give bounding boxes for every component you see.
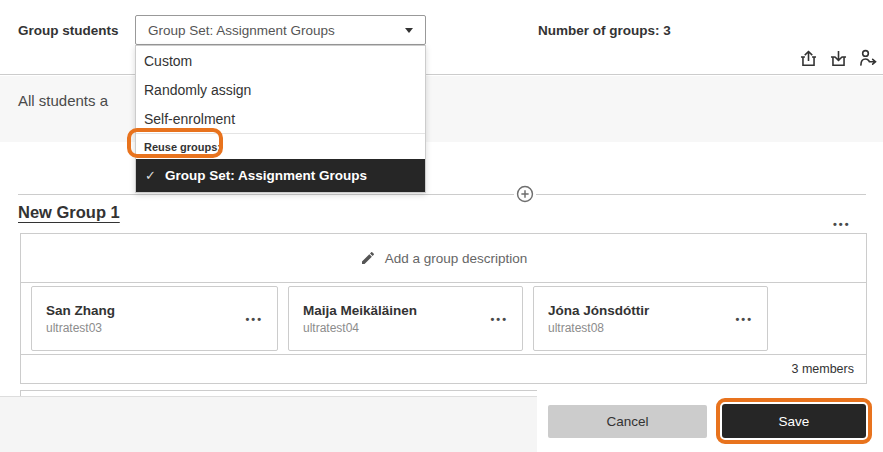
cancel-button[interactable]: Cancel xyxy=(548,405,707,438)
student-menu-button[interactable]: ••• xyxy=(490,313,508,324)
reuse-groups-section-label: Reuse groups: xyxy=(136,134,425,159)
group-title-link[interactable]: New Group 1 xyxy=(18,203,120,222)
dropdown-option-selected-group-set[interactable]: ✓ Group Set: Assignment Groups xyxy=(136,159,425,192)
save-button[interactable]: Save xyxy=(722,404,866,438)
student-card: Maija Meikäläinen ultratest04 ••• xyxy=(288,286,523,351)
student-name: Jóna Jónsdóttir xyxy=(548,303,753,318)
student-name: Maija Meikäläinen xyxy=(303,303,508,318)
student-username: ultratest08 xyxy=(548,321,753,335)
group-students-page: Group students Group Set: Assignment Gro… xyxy=(0,0,883,452)
group-students-label: Group students xyxy=(18,23,119,38)
student-card: Jóna Jónsdóttir ultratest08 ••• xyxy=(533,286,768,351)
person-arrow-icon[interactable] xyxy=(858,48,878,68)
student-username: ultratest03 xyxy=(46,321,263,335)
banner-text: All students a xyxy=(18,92,108,109)
download-icon[interactable] xyxy=(828,48,848,68)
add-description-label: Add a group description xyxy=(385,251,528,266)
number-of-groups-label: Number of groups: 3 xyxy=(538,23,671,38)
group-card: Add a group description San Zhang ultrat… xyxy=(20,233,867,384)
group-set-selector[interactable]: Group Set: Assignment Groups xyxy=(135,15,426,45)
student-menu-button[interactable]: ••• xyxy=(245,313,263,324)
footer-bar: Cancel Save xyxy=(0,396,883,452)
dropdown-option-custom[interactable]: Custom xyxy=(136,46,425,75)
toolbar-icons xyxy=(798,48,878,68)
dropdown-option-self-enrolment[interactable]: Self-enrolment xyxy=(136,104,425,133)
group-set-dropdown-menu: Custom Randomly assign Self-enrolment Re… xyxy=(135,45,426,193)
selected-option-label: Group Set: Assignment Groups xyxy=(165,168,367,183)
checkmark-icon: ✓ xyxy=(145,168,156,183)
student-card: San Zhang ultratest03 ••• xyxy=(31,286,278,351)
upload-icon[interactable] xyxy=(798,48,818,68)
group-set-selector-value: Group Set: Assignment Groups xyxy=(148,23,405,38)
students-row: San Zhang ultratest03 ••• Maija Meikäläi… xyxy=(21,283,866,355)
dropdown-option-randomly-assign[interactable]: Randomly assign xyxy=(136,75,425,104)
group-menu-button[interactable]: ••• xyxy=(833,219,851,230)
all-students-banner: All students a xyxy=(0,76,883,142)
members-count-row: 3 members xyxy=(21,355,866,383)
add-description-button[interactable]: Add a group description xyxy=(21,234,866,283)
pencil-icon xyxy=(360,250,376,266)
add-group-divider xyxy=(18,194,866,195)
student-name: San Zhang xyxy=(46,303,263,318)
student-username: ultratest04 xyxy=(303,321,508,335)
student-menu-button[interactable]: ••• xyxy=(735,313,753,324)
add-group-button[interactable] xyxy=(514,183,536,205)
chevron-down-icon xyxy=(405,28,413,33)
members-count-label: 3 members xyxy=(791,362,854,376)
header-bar: Group students Group Set: Assignment Gro… xyxy=(0,0,883,75)
